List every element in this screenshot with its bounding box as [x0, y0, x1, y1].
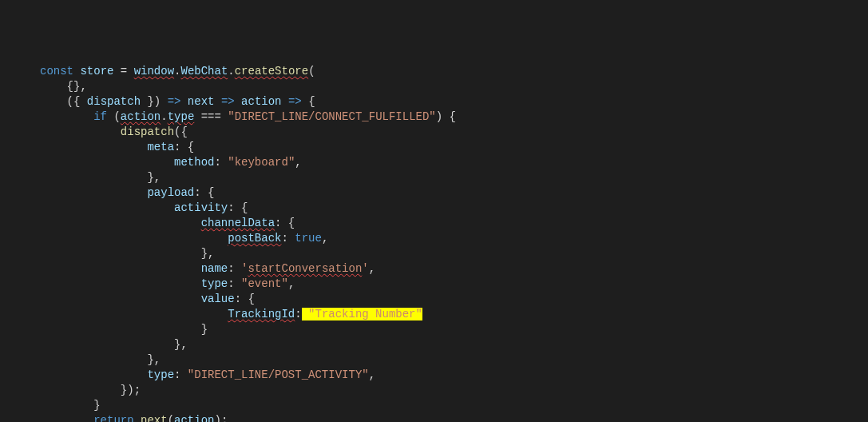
colon-brace: : {	[174, 141, 194, 153]
var-action: action	[121, 110, 161, 123]
prop-method: method	[174, 156, 214, 169]
colon: :	[228, 262, 241, 275]
var-action: action	[174, 414, 214, 422]
comma: ,	[288, 277, 295, 290]
colon-brace: : {	[228, 201, 248, 214]
colon: :	[174, 368, 188, 381]
prop-postback: postBack	[228, 232, 281, 245]
keyword-const: const	[40, 65, 73, 78]
lit-true: true	[295, 232, 322, 245]
destruct-open: ({	[67, 95, 87, 108]
var-action: action	[235, 95, 288, 108]
string-startconversation: startConversation	[248, 262, 362, 275]
code-editor-content[interactable]: const store = window.WebChat.createStore…	[40, 64, 868, 422]
paren-close: )	[214, 414, 220, 422]
prop-type: type	[201, 277, 228, 290]
comma: ,	[369, 262, 375, 275]
keyword-if: if	[93, 110, 107, 123]
destruct-close: })	[141, 95, 168, 108]
arrow: =>	[221, 95, 235, 108]
brace-close: }	[93, 399, 100, 412]
dot: .	[228, 65, 234, 78]
keyword-return: return	[93, 414, 133, 422]
eq-op: ===	[194, 110, 228, 123]
prop-webchat: WebChat	[180, 65, 228, 78]
string-post-activity: "DIRECT_LINE/POST_ACTIVITY"	[188, 368, 369, 381]
colon: :	[295, 308, 301, 320]
prop-activity: activity	[174, 201, 228, 214]
prop-value: value	[201, 293, 235, 305]
var-next: next	[180, 95, 220, 108]
highlight-space	[302, 308, 308, 320]
paren-open: (	[168, 414, 174, 422]
string-event: "event"	[241, 277, 288, 290]
brace-open: {	[302, 95, 315, 108]
assign-op: =	[113, 65, 133, 78]
prop-type: type	[147, 368, 174, 381]
prop-type: type	[168, 110, 195, 123]
brace-close: },	[147, 353, 161, 366]
brace-close: },	[174, 338, 188, 351]
paren-close-brace: ) {	[436, 110, 456, 123]
prop-channeldata: channelData	[201, 217, 275, 229]
colon: :	[281, 232, 295, 245]
comma: ,	[295, 156, 301, 169]
var-window: window	[134, 65, 174, 78]
space	[134, 414, 141, 422]
prop-trackingid: TrackingId	[228, 308, 295, 320]
paren-brace-open: ({	[174, 125, 188, 138]
brace-close: }	[201, 323, 208, 336]
arrow: =>	[288, 95, 302, 108]
close-dispatch: });	[121, 384, 141, 396]
colon-brace: : {	[275, 217, 295, 229]
var-store: store	[80, 65, 113, 78]
fn-createstore: createStore	[235, 65, 308, 78]
dot: .	[161, 110, 167, 123]
colon-brace: : {	[235, 293, 255, 305]
empty-braces: {},	[67, 80, 87, 93]
string-tracking-number-highlighted: "Tracking Number"	[308, 308, 422, 320]
comma: ,	[322, 232, 328, 245]
arrow: =>	[168, 95, 181, 108]
brace-close: },	[201, 247, 215, 260]
string-keyboard: "keyboard"	[228, 156, 295, 169]
prop-payload: payload	[147, 186, 194, 199]
fn-next: next	[141, 414, 168, 422]
paren-open: (	[308, 65, 315, 78]
prop-meta: meta	[147, 141, 174, 153]
semicolon: ;	[221, 414, 228, 422]
var-dispatch: dispatch	[87, 95, 141, 108]
paren-open: (	[107, 110, 121, 123]
colon-brace: : {	[194, 186, 214, 199]
prop-name: name	[201, 262, 228, 275]
string-quote: '	[362, 262, 368, 275]
colon: :	[228, 277, 241, 290]
comma: ,	[369, 368, 375, 381]
colon: :	[214, 156, 228, 169]
brace-close: },	[147, 171, 161, 184]
string-connect: "DIRECT_LINE/CONNECT_FULFILLED"	[228, 110, 435, 123]
fn-dispatch: dispatch	[121, 125, 174, 138]
